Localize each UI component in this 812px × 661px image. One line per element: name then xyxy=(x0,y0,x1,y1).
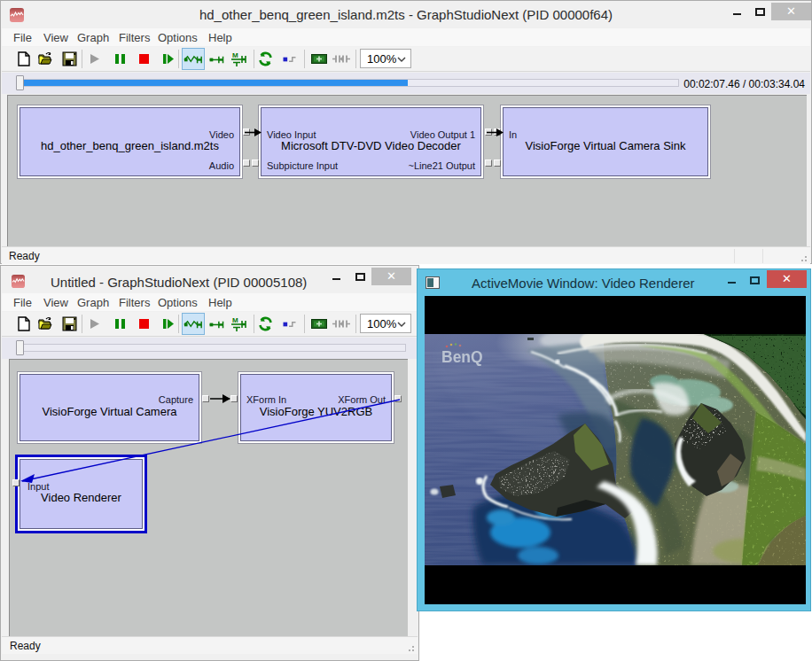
svg-text:BenQ: BenQ xyxy=(441,348,483,366)
